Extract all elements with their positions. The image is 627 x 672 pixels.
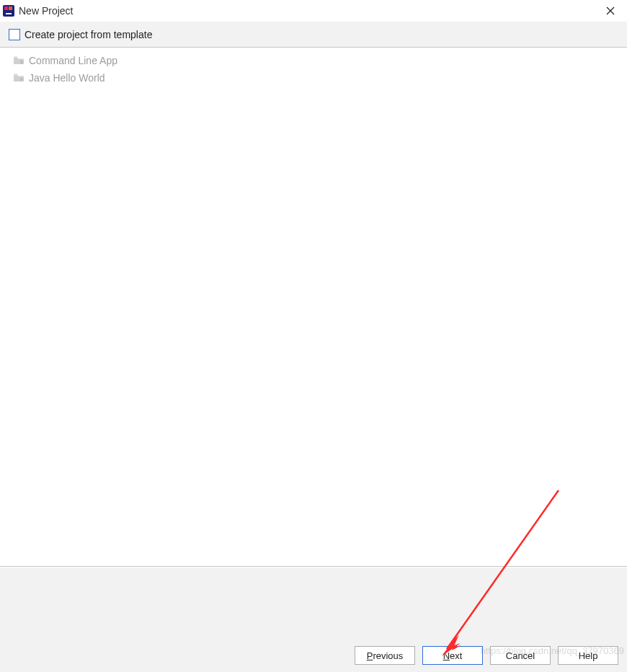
next-button[interactable]: Next (422, 646, 483, 665)
template-item-label: Command Line App (29, 55, 117, 66)
svg-rect-6 (14, 57, 17, 59)
svg-rect-9 (20, 78, 23, 81)
close-icon (606, 6, 615, 15)
template-item-label: Java Hello World (29, 72, 105, 84)
button-bar: Previous Next Cancel Help (0, 639, 627, 672)
template-list: Command Line App Java Hello World (0, 48, 627, 567)
window-title: New Project (19, 5, 73, 17)
previous-button[interactable]: Previous (355, 646, 415, 665)
detail-panel (0, 567, 627, 639)
help-button[interactable]: Help (558, 646, 618, 665)
svg-rect-8 (14, 74, 17, 76)
svg-rect-3 (6, 13, 12, 14)
folder-icon (13, 73, 25, 83)
titlebar: New Project (0, 0, 627, 22)
template-item[interactable]: Command Line App (6, 52, 621, 69)
folder-icon (13, 56, 25, 66)
options-bar: Create project from template (0, 22, 627, 48)
svg-rect-7 (20, 61, 23, 63)
app-icon (3, 5, 14, 17)
create-from-template-checkbox[interactable]: Create project from template (9, 29, 152, 40)
svg-rect-1 (4, 6, 8, 10)
cancel-button[interactable]: Cancel (490, 646, 551, 665)
close-button[interactable] (594, 0, 627, 22)
template-item[interactable]: Java Hello World (6, 69, 621, 87)
create-from-template-label: Create project from template (25, 29, 152, 40)
svg-rect-2 (9, 6, 12, 10)
checkbox-icon (9, 29, 20, 40)
